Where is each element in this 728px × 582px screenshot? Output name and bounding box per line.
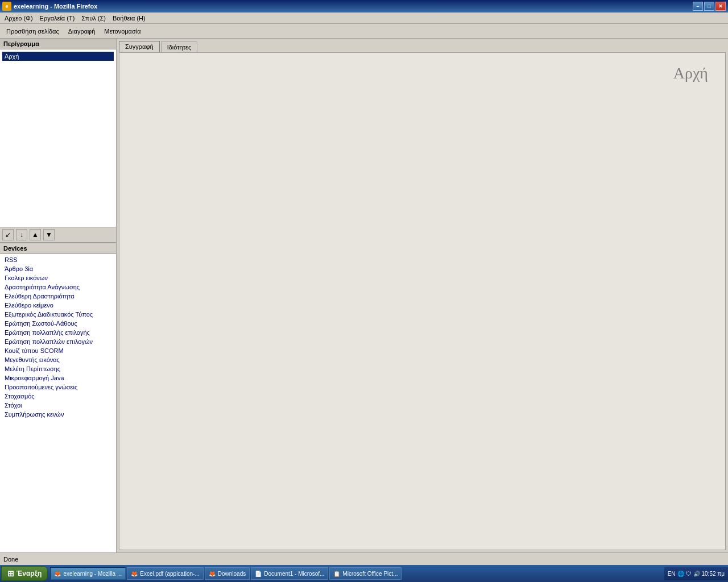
device-item[interactable]: Στόχοι xyxy=(1,401,115,410)
toolbar-button[interactable]: Προσθήση σελίδας xyxy=(2,26,63,36)
maximize-button[interactable]: □ xyxy=(704,2,714,11)
taskbar-items: 🦊exelearning - Mozilla ...🦊Excel.pdf (ap… xyxy=(48,567,664,580)
taskbar-item-label: Excel.pdf (appication-... xyxy=(140,571,200,577)
taskbar-item[interactable]: 📄Document1 - Microsof... xyxy=(251,567,328,580)
device-item[interactable]: Προαπαιτούμενες γνώσεις xyxy=(1,383,115,392)
content-area: Αρχή xyxy=(119,52,726,550)
start-label: Έναρξη xyxy=(16,569,42,577)
right-panel: ΣυγγραφήΙδιότητες Αρχή xyxy=(117,39,728,552)
outline-add-button[interactable]: ↙ xyxy=(2,229,14,240)
device-item[interactable]: Μελέτη Περίπτωσης xyxy=(1,364,115,373)
titlebar-left: e exelearning - Mozilla Firefox xyxy=(2,2,97,11)
devices-header: Devices xyxy=(0,243,116,254)
device-item[interactable]: Μικροεφαρμογή Java xyxy=(1,373,115,383)
menu-item[interactable]: Βοήθεια (Η) xyxy=(109,14,149,23)
close-button[interactable]: ✕ xyxy=(715,2,726,11)
tabs-bar: ΣυγγραφήΙδιότητες xyxy=(117,39,728,52)
device-item[interactable]: Ελεύθερη Δραστηριότητα xyxy=(1,292,115,301)
menu-item[interactable]: Σπυλ (Σ) xyxy=(78,14,109,23)
tab-ιδιότητες[interactable]: Ιδιότητες xyxy=(161,41,198,52)
device-item[interactable]: Ελεύθερο κείμενο xyxy=(1,301,115,310)
taskbar-item-label: exelearning - Mozilla ... xyxy=(63,571,122,577)
device-item[interactable]: RSS xyxy=(1,255,115,264)
device-item[interactable]: Μεγεθυντής εικόνας xyxy=(1,355,115,364)
security-icon: 🛡 xyxy=(686,571,692,577)
device-item[interactable]: Στοχασμός xyxy=(1,392,115,401)
outline-section: Περίγραμμα Αρχή ↙ ↓ ▲ ▼ xyxy=(0,39,116,243)
taskbar-item-icon: 📄 xyxy=(255,571,262,577)
device-item[interactable]: Άρθρο 3ία xyxy=(1,264,115,273)
taskbar-item-icon: 🦊 xyxy=(131,571,138,577)
outline-delete-button[interactable]: ↓ xyxy=(16,229,27,240)
device-item[interactable]: Γκαλερ εικόνων xyxy=(1,273,115,282)
toolbar: Προσθήση σελίδαςΔιαγραφήΜετονομασία xyxy=(0,24,728,39)
menu-item[interactable]: Αρχεο (Φ) xyxy=(1,14,36,23)
taskbar-item[interactable]: 📋Microsoft Office Pict... xyxy=(329,567,402,580)
tree-item-arxi[interactable]: Αρχή xyxy=(2,52,114,61)
taskbar-item-label: Downloads xyxy=(218,571,246,577)
windows-logo-icon: ⊞ xyxy=(7,569,14,578)
minimize-button[interactable]: – xyxy=(693,2,703,11)
content-inner: Αρχή xyxy=(119,53,725,550)
page-title: Αρχή xyxy=(673,64,708,82)
taskbar-item[interactable]: 🦊exelearning - Mozilla ... xyxy=(50,567,126,580)
device-item[interactable]: Κουίζ τύπου SCORM xyxy=(1,346,115,355)
status-text: Done xyxy=(3,556,18,563)
titlebar-buttons: – □ ✕ xyxy=(693,2,726,11)
taskbar-item-icon: 🦊 xyxy=(54,571,61,577)
language-indicator: EN xyxy=(668,571,676,577)
menu-item[interactable]: Εργαλεία (Τ) xyxy=(36,14,78,23)
system-tray: EN 🌐 🛡 🔊 10:52 πμ xyxy=(664,567,728,580)
toolbar-button[interactable]: Διαγραφή xyxy=(64,26,100,36)
device-item[interactable]: Ερώτηση πολλαπλών επιλογών xyxy=(1,337,115,346)
device-item[interactable]: Ερώτηση Σωστού-Λάθους xyxy=(1,319,115,328)
devices-section: Devices RSSΆρθρο 3ίαΓκαλερ εικόνωνΔραστη… xyxy=(0,243,116,552)
tab-συγγραφή[interactable]: Συγγραφή xyxy=(119,41,160,52)
titlebar: e exelearning - Mozilla Firefox – □ ✕ xyxy=(0,0,728,13)
window-title: exelearning - Mozilla Firefox xyxy=(14,3,97,10)
device-item[interactable]: Ερώτηση πολλαπλής επιλογής xyxy=(1,328,115,337)
outline-header: Περίγραμμα xyxy=(0,39,116,49)
menubar: Αρχεο (Φ)Εργαλεία (Τ)Σπυλ (Σ)Βοήθεια (Η) xyxy=(0,13,728,24)
taskbar-item[interactable]: 🦊Downloads xyxy=(205,567,250,580)
network-icon: 🌐 xyxy=(677,571,684,577)
taskbar: ⊞ Έναρξη 🦊exelearning - Mozilla ...🦊Exce… xyxy=(0,565,728,582)
taskbar-item-icon: 🦊 xyxy=(209,571,216,577)
taskbar-item-label: Document1 - Microsof... xyxy=(264,571,324,577)
start-button[interactable]: ⊞ Έναρξη xyxy=(1,566,48,581)
toolbar-button[interactable]: Μετονομασία xyxy=(100,26,144,36)
volume-icon: 🔊 xyxy=(693,571,700,577)
statusbar: Done xyxy=(0,552,728,565)
main-layout: Περίγραμμα Αρχή ↙ ↓ ▲ ▼ Devices RSSΆρθρο… xyxy=(0,39,728,552)
app-icon: e xyxy=(2,2,11,11)
device-item[interactable]: Δραστηριότητα Ανάγνωσης xyxy=(1,282,115,292)
left-panel: Περίγραμμα Αρχή ↙ ↓ ▲ ▼ Devices RSSΆρθρο… xyxy=(0,39,117,552)
device-item[interactable]: Συμπλήρωσης κενών xyxy=(1,410,115,419)
taskbar-item-icon: 📋 xyxy=(333,571,340,577)
devices-list: RSSΆρθρο 3ίαΓκαλερ εικόνωνΔραστηριότητα … xyxy=(0,254,116,552)
taskbar-item-label: Microsoft Office Pict... xyxy=(342,571,398,577)
device-item[interactable]: Εξωτερικός Διαδικτυακός Τύπος xyxy=(1,310,115,319)
outline-down-button[interactable]: ▼ xyxy=(43,229,55,240)
outline-up-button[interactable]: ▲ xyxy=(30,229,41,240)
clock: 10:52 πμ xyxy=(702,571,725,577)
outline-tree: Αρχή xyxy=(0,49,116,227)
taskbar-item[interactable]: 🦊Excel.pdf (appication-... xyxy=(127,567,204,580)
outline-toolbar: ↙ ↓ ▲ ▼ xyxy=(0,227,116,243)
